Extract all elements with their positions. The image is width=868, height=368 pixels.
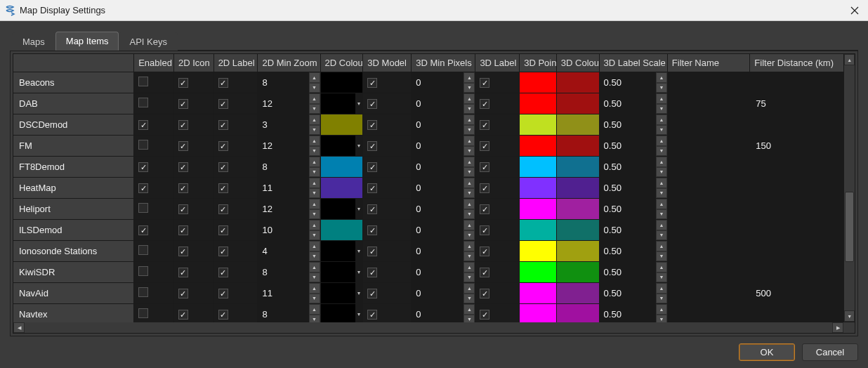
column-header[interactable]: 3D Colour xyxy=(556,54,599,72)
minpixels3d-spinner[interactable]: 0 ▲▼ xyxy=(412,199,475,219)
label2d-checkbox[interactable] xyxy=(218,247,228,256)
minpixels3d-spinner[interactable]: 0 ▲▼ xyxy=(412,93,475,114)
label2d-checkbox[interactable] xyxy=(218,204,228,214)
spin-up-icon[interactable]: ▲ xyxy=(463,220,475,230)
spin-down-icon[interactable]: ▼ xyxy=(656,251,667,262)
column-header[interactable]: 3D Min Pixels xyxy=(412,54,475,72)
vertical-scrollbar[interactable]: ▲ ▼ xyxy=(844,53,855,322)
icon2d-checkbox[interactable] xyxy=(178,310,188,320)
filter-distance-input[interactable] xyxy=(750,220,843,240)
colour3d-picker[interactable] xyxy=(557,157,599,177)
column-header[interactable]: 2D Colour xyxy=(320,54,363,72)
scroll-thumb[interactable] xyxy=(845,192,854,262)
filter-name-input[interactable] xyxy=(668,114,750,135)
label2d-checkbox[interactable] xyxy=(218,225,228,235)
minpixels3d-spinner-value[interactable]: 0 xyxy=(412,304,463,324)
point3d-picker[interactable] xyxy=(520,72,556,93)
filter-name-input[interactable] xyxy=(668,262,750,282)
point3d-picker[interactable] xyxy=(520,241,556,261)
colour3d-picker[interactable] xyxy=(557,93,599,114)
column-header[interactable]: Filter Distance (km) xyxy=(750,54,844,72)
colour2d-picker-swatch[interactable] xyxy=(321,136,356,156)
colour2d-picker-swatch[interactable] xyxy=(321,220,363,240)
labelscale3d-spinner-value[interactable]: 0.50 xyxy=(600,72,656,93)
spin-up-icon[interactable]: ▲ xyxy=(656,262,667,272)
icon2d-checkbox[interactable] xyxy=(178,268,188,277)
point3d-picker-swatch[interactable] xyxy=(520,262,556,282)
labelscale3d-spinner[interactable]: 0.50 ▲▼ xyxy=(600,199,667,219)
filter-distance-input[interactable]: 150 xyxy=(750,136,843,156)
labelscale3d-spinner[interactable]: 0.50 ▲▼ xyxy=(600,220,667,240)
spin-down-icon[interactable]: ▼ xyxy=(463,167,475,178)
filter-distance-input[interactable] xyxy=(750,114,843,135)
enabled-checkbox[interactable] xyxy=(138,225,148,235)
label3d-checkbox[interactable] xyxy=(480,99,489,109)
point3d-picker-swatch[interactable] xyxy=(520,114,556,135)
filter-distance-input[interactable] xyxy=(750,304,843,324)
filter-distance-input[interactable] xyxy=(750,178,843,198)
labelscale3d-spinner-value[interactable]: 0.50 xyxy=(600,220,656,240)
minpixels3d-spinner-value[interactable]: 0 xyxy=(412,199,463,219)
spin-down-icon[interactable]: ▼ xyxy=(656,188,667,199)
minpixels3d-spinner-value[interactable]: 0 xyxy=(412,136,463,156)
labelscale3d-spinner-value[interactable]: 0.50 xyxy=(600,283,656,303)
filter-name-input[interactable] xyxy=(668,157,750,177)
enabled-checkbox[interactable] xyxy=(138,120,148,130)
point3d-picker[interactable] xyxy=(520,93,556,114)
spin-down-icon[interactable]: ▼ xyxy=(463,125,475,136)
colour3d-picker-swatch[interactable] xyxy=(557,157,599,177)
spin-down-icon[interactable]: ▼ xyxy=(309,188,320,199)
spin-up-icon[interactable]: ▲ xyxy=(463,114,475,125)
minpixels3d-spinner-value[interactable]: 0 xyxy=(412,262,463,282)
spin-down-icon[interactable]: ▼ xyxy=(309,83,320,93)
spin-down-icon[interactable]: ▼ xyxy=(463,188,475,199)
column-header[interactable]: Enabled xyxy=(134,54,174,72)
colour2d-picker-swatch[interactable] xyxy=(321,262,356,282)
colour2d-picker[interactable] xyxy=(321,220,363,240)
icon2d-checkbox[interactable] xyxy=(178,78,188,88)
label3d-checkbox[interactable] xyxy=(480,289,489,298)
colour3d-picker[interactable] xyxy=(557,283,599,303)
spin-up-icon[interactable]: ▲ xyxy=(656,304,667,315)
label3d-checkbox[interactable] xyxy=(480,247,489,256)
point3d-picker[interactable] xyxy=(520,262,556,282)
spin-up-icon[interactable]: ▲ xyxy=(309,136,320,146)
minzoom2d-spinner[interactable]: 12 ▲▼ xyxy=(258,93,320,114)
minzoom2d-spinner-value[interactable]: 4 xyxy=(258,241,308,261)
spin-up-icon[interactable]: ▲ xyxy=(309,157,320,167)
filter-distance-input[interactable] xyxy=(750,199,843,219)
close-button[interactable] xyxy=(846,1,864,20)
colour2d-picker-swatch[interactable] xyxy=(321,72,363,93)
minzoom2d-spinner-value[interactable]: 10 xyxy=(258,220,308,240)
colour2d-picker-swatch[interactable] xyxy=(321,241,356,261)
colour2d-picker[interactable]: ▾ xyxy=(321,241,363,261)
spin-up-icon[interactable]: ▲ xyxy=(309,72,320,83)
spin-up-icon[interactable]: ▲ xyxy=(463,157,475,167)
minpixels3d-spinner[interactable]: 0 ▲▼ xyxy=(412,220,475,240)
labelscale3d-spinner-value[interactable]: 0.50 xyxy=(600,93,656,114)
label2d-checkbox[interactable] xyxy=(218,183,228,193)
minzoom2d-spinner-value[interactable]: 12 xyxy=(258,199,308,219)
spin-down-icon[interactable]: ▼ xyxy=(656,104,667,114)
spin-down-icon[interactable]: ▼ xyxy=(656,272,667,283)
colour2d-picker-dropdown[interactable]: ▾ xyxy=(355,241,362,261)
minzoom2d-spinner-value[interactable]: 8 xyxy=(258,304,308,324)
label2d-checkbox[interactable] xyxy=(218,289,228,298)
minzoom2d-spinner-value[interactable]: 11 xyxy=(258,178,308,198)
colour2d-picker-swatch[interactable] xyxy=(321,304,356,324)
minzoom2d-spinner-value[interactable]: 8 xyxy=(258,262,308,282)
labelscale3d-spinner[interactable]: 0.50 ▲▼ xyxy=(600,114,667,135)
ok-button[interactable]: OK xyxy=(739,343,795,361)
colour3d-picker-swatch[interactable] xyxy=(557,304,599,324)
minpixels3d-spinner-value[interactable]: 0 xyxy=(412,241,463,261)
minpixels3d-spinner[interactable]: 0 ▲▼ xyxy=(412,304,475,324)
minpixels3d-spinner-value[interactable]: 0 xyxy=(412,178,463,198)
colour3d-picker[interactable] xyxy=(557,199,599,219)
colour2d-picker-swatch[interactable] xyxy=(321,93,356,114)
colour3d-picker[interactable] xyxy=(557,304,599,324)
colour2d-picker-dropdown[interactable]: ▾ xyxy=(355,304,362,324)
label3d-checkbox[interactable] xyxy=(480,141,489,151)
tab-maps[interactable]: Maps xyxy=(12,32,55,51)
colour2d-picker-dropdown[interactable]: ▾ xyxy=(355,93,362,114)
spin-up-icon[interactable]: ▲ xyxy=(463,136,475,146)
